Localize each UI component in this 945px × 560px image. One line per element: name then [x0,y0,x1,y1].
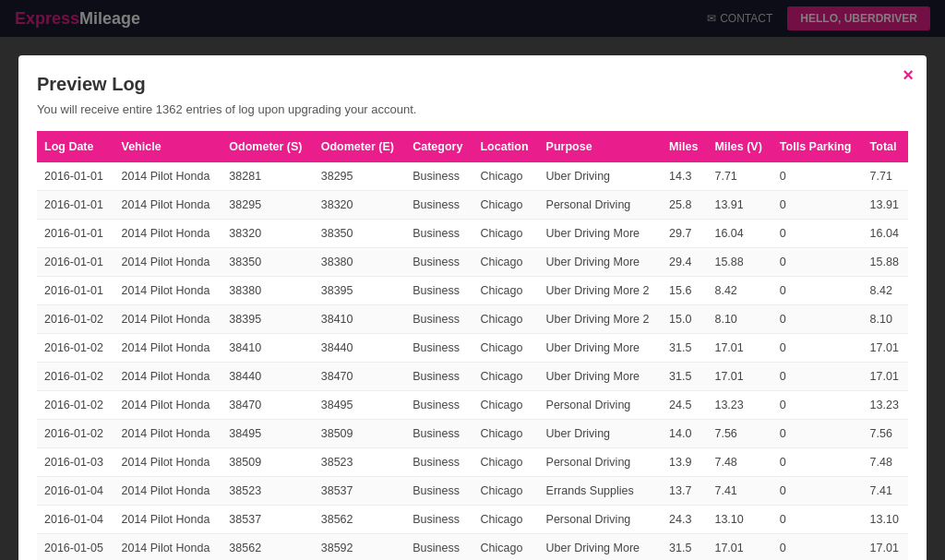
cell-r4-c9: 0 [772,277,863,305]
cell-r11-c8: 7.41 [707,477,772,506]
cell-r1-c6: Personal Driving [539,191,663,220]
cell-r10-c8: 7.48 [707,448,772,477]
cell-r4-c8: 8.42 [707,277,772,305]
cell-r1-c10: 13.91 [863,191,908,220]
cell-r10-c6: Personal Driving [539,448,663,477]
cell-r0-c0: 2016-01-01 [37,162,114,191]
table-row: 2016-01-052014 Pilot Honda3856238592Busi… [37,534,908,561]
cell-r6-c3: 38440 [314,334,405,363]
cell-r8-c4: Business [405,391,472,420]
cell-r13-c3: 38592 [314,534,405,561]
cell-r5-c10: 8.10 [863,305,908,334]
cell-r9-c10: 7.56 [863,420,908,448]
cell-r13-c7: 31.5 [662,534,707,561]
cell-r3-c3: 38380 [314,248,405,277]
cell-r7-c5: Chicago [472,363,538,391]
col-header-odometer--s-: Odometer (S) [221,131,313,162]
cell-r13-c8: 17.01 [707,534,772,561]
cell-r8-c1: 2014 Pilot Honda [114,391,222,420]
cell-r3-c5: Chicago [472,248,538,277]
cell-r6-c8: 17.01 [707,334,772,363]
cell-r8-c5: Chicago [472,391,538,420]
cell-r5-c8: 8.10 [707,305,772,334]
cell-r9-c3: 38509 [314,420,405,448]
cell-r5-c7: 15.0 [662,305,707,334]
cell-r2-c10: 16.04 [863,220,908,248]
cell-r9-c5: Chicago [472,420,538,448]
cell-r10-c2: 38509 [221,448,313,477]
cell-r8-c3: 38495 [314,391,405,420]
cell-r7-c3: 38470 [314,363,405,391]
cell-r12-c9: 0 [772,506,863,534]
cell-r13-c6: Uber Driving More [539,534,663,561]
modal-title: Preview Log [37,74,908,95]
table-row: 2016-01-022014 Pilot Honda3847038495Busi… [37,391,908,420]
cell-r12-c0: 2016-01-04 [37,506,114,534]
cell-r12-c4: Business [405,506,472,534]
col-header-vehicle: Vehicle [114,131,222,162]
cell-r10-c3: 38523 [314,448,405,477]
cell-r2-c3: 38350 [314,220,405,248]
cell-r0-c1: 2014 Pilot Honda [114,162,222,191]
cell-r5-c5: Chicago [472,305,538,334]
cell-r4-c0: 2016-01-01 [37,277,114,305]
col-header-location: Location [472,131,538,162]
cell-r1-c4: Business [405,191,472,220]
cell-r6-c5: Chicago [472,334,538,363]
cell-r10-c4: Business [405,448,472,477]
cell-r13-c9: 0 [772,534,863,561]
cell-r7-c8: 17.01 [707,363,772,391]
cell-r2-c6: Uber Driving More [539,220,663,248]
cell-r8-c7: 24.5 [662,391,707,420]
log-table-wrapper[interactable]: Log DateVehicleOdometer (S)Odometer (E)C… [37,131,908,560]
table-row: 2016-01-012014 Pilot Honda3828138295Busi… [37,162,908,191]
preview-log-modal: × Preview Log You will receive entire 13… [18,55,927,560]
cell-r8-c0: 2016-01-02 [37,391,114,420]
cell-r11-c10: 7.41 [863,477,908,506]
cell-r12-c6: Personal Driving [539,506,663,534]
col-header-odometer--e-: Odometer (E) [314,131,405,162]
cell-r13-c1: 2014 Pilot Honda [114,534,222,561]
cell-r1-c5: Chicago [472,191,538,220]
cell-r3-c8: 15.88 [707,248,772,277]
cell-r6-c0: 2016-01-02 [37,334,114,363]
cell-r0-c6: Uber Driving [539,162,663,191]
col-header-purpose: Purpose [539,131,663,162]
cell-r5-c9: 0 [772,305,863,334]
cell-r5-c4: Business [405,305,472,334]
cell-r10-c7: 13.9 [662,448,707,477]
col-header-log-date: Log Date [37,131,114,162]
cell-r7-c1: 2014 Pilot Honda [114,363,222,391]
col-header-miles: Miles [662,131,707,162]
cell-r7-c10: 17.01 [863,363,908,391]
cell-r6-c1: 2014 Pilot Honda [114,334,222,363]
cell-r13-c10: 17.01 [863,534,908,561]
cell-r6-c6: Uber Driving More [539,334,663,363]
cell-r6-c10: 17.01 [863,334,908,363]
col-header-miles--v-: Miles (V) [707,131,772,162]
cell-r4-c4: Business [405,277,472,305]
cell-r5-c1: 2014 Pilot Honda [114,305,222,334]
cell-r4-c7: 15.6 [662,277,707,305]
table-row: 2016-01-022014 Pilot Honda3849538509Busi… [37,420,908,448]
cell-r10-c5: Chicago [472,448,538,477]
cell-r12-c7: 24.3 [662,506,707,534]
cell-r3-c2: 38350 [221,248,313,277]
col-header-tolls-parking: Tolls Parking [772,131,863,162]
cell-r2-c5: Chicago [472,220,538,248]
cell-r9-c6: Uber Driving [539,420,663,448]
cell-r2-c0: 2016-01-01 [37,220,114,248]
cell-r9-c9: 0 [772,420,863,448]
cell-r13-c0: 2016-01-05 [37,534,114,561]
cell-r9-c1: 2014 Pilot Honda [114,420,222,448]
cell-r9-c4: Business [405,420,472,448]
cell-r9-c7: 14.0 [662,420,707,448]
log-table: Log DateVehicleOdometer (S)Odometer (E)C… [37,131,908,560]
cell-r12-c3: 38562 [314,506,405,534]
cell-r10-c0: 2016-01-03 [37,448,114,477]
cell-r0-c4: Business [405,162,472,191]
cell-r10-c1: 2014 Pilot Honda [114,448,222,477]
modal-subtitle: You will receive entire 1362 entries of … [37,102,908,116]
close-button[interactable]: × [903,65,914,86]
cell-r6-c9: 0 [772,334,863,363]
